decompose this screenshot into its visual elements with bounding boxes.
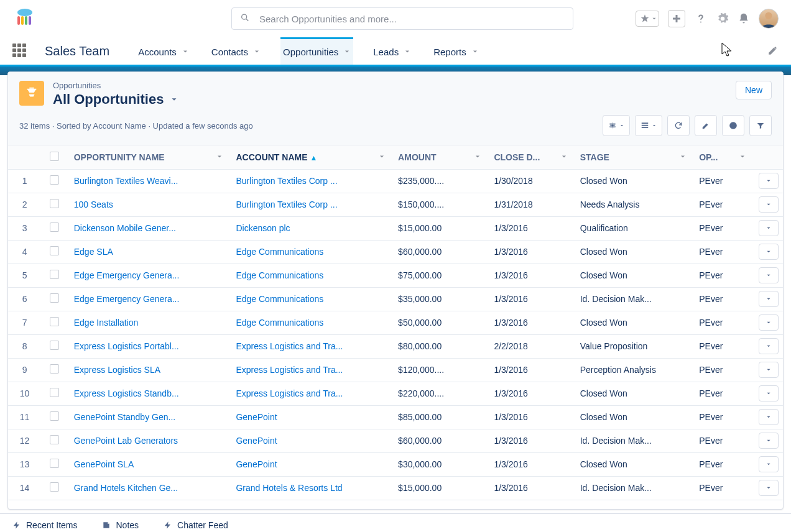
opportunity-link[interactable]: GenePoint SLA	[74, 459, 134, 469]
chevron-down-icon[interactable]	[253, 47, 261, 57]
row-actions-button[interactable]	[759, 220, 779, 236]
opportunity-link[interactable]: 100 Seats	[74, 200, 113, 209]
account-link[interactable]: GenePoint	[236, 436, 277, 446]
row-checkbox[interactable]	[50, 199, 59, 208]
opportunity-link[interactable]: Edge Installation	[74, 318, 139, 328]
row-checkbox[interactable]	[50, 435, 59, 444]
row-actions-button[interactable]	[759, 291, 779, 307]
row-select[interactable]	[41, 334, 68, 358]
row-actions-button[interactable]	[759, 267, 779, 283]
opportunity-link[interactable]: Burlington Textiles Weavi...	[74, 176, 178, 186]
row-checkbox[interactable]	[50, 293, 59, 303]
opportunity-link[interactable]: Express Logistics SLA	[74, 365, 160, 375]
row-select[interactable]	[41, 452, 68, 476]
chevron-down-icon[interactable]	[343, 47, 351, 57]
help-icon[interactable]	[694, 12, 708, 25]
row-actions-button[interactable]	[759, 385, 779, 401]
opportunity-link[interactable]: GenePoint Lab Generators	[74, 436, 178, 446]
nav-item-leads[interactable]: Leads	[371, 37, 414, 65]
row-checkbox[interactable]	[50, 364, 59, 374]
chevron-down-icon[interactable]	[182, 47, 189, 57]
opportunity-link[interactable]: Dickenson Mobile Gener...	[74, 223, 176, 233]
list-view-title[interactable]: All Opportunities	[53, 91, 178, 108]
row-select[interactable]	[41, 429, 68, 452]
app-launcher-icon[interactable]	[12, 44, 27, 58]
row-actions-button[interactable]	[759, 314, 779, 331]
global-create-button[interactable]	[668, 10, 685, 27]
row-checkbox[interactable]	[50, 317, 59, 326]
row-actions-button[interactable]	[759, 433, 779, 449]
list-controls-button[interactable]	[603, 115, 630, 136]
new-button[interactable]: New	[736, 81, 772, 99]
account-link[interactable]: Express Logistics and Tra...	[236, 365, 343, 375]
row-select[interactable]	[41, 264, 68, 287]
account-link[interactable]: Express Logistics and Tra...	[236, 388, 343, 398]
row-actions-button[interactable]	[759, 409, 779, 425]
row-actions-button[interactable]	[759, 244, 779, 260]
row-select[interactable]	[41, 405, 68, 429]
col-account[interactable]: ACCOUNT NAME ▲	[229, 145, 392, 169]
chevron-down-icon[interactable]	[404, 47, 411, 57]
row-select[interactable]	[41, 476, 68, 500]
recent-items-button[interactable]: Recent Items	[12, 520, 77, 530]
filter-button[interactable]	[749, 115, 772, 136]
row-select[interactable]	[41, 193, 68, 216]
row-select[interactable]	[41, 169, 68, 193]
select-all-checkbox[interactable]	[50, 152, 59, 161]
row-checkbox[interactable]	[50, 411, 59, 421]
account-link[interactable]: Edge Communications	[236, 318, 323, 328]
account-link[interactable]: Grand Hotels & Resorts Ltd	[236, 483, 342, 493]
chevron-down-icon[interactable]	[471, 47, 479, 57]
row-actions-button[interactable]	[759, 456, 779, 472]
notes-button[interactable]: Notes	[102, 520, 139, 530]
nav-item-reports[interactable]: Reports	[431, 37, 481, 65]
row-actions-button[interactable]	[759, 362, 779, 378]
nav-item-contacts[interactable]: Contacts	[209, 37, 263, 65]
row-select[interactable]	[41, 216, 68, 240]
col-stage[interactable]: STAGE	[574, 145, 693, 169]
inline-edit-button[interactable]	[695, 115, 717, 136]
opportunity-link[interactable]: Grand Hotels Kitchen Ge...	[74, 483, 178, 493]
col-opportunity[interactable]: OPPORTUNITY NAME	[68, 145, 230, 169]
user-avatar[interactable]	[759, 9, 779, 29]
opportunity-link[interactable]: Edge Emergency Genera...	[74, 294, 180, 304]
row-select[interactable]	[41, 311, 68, 334]
row-checkbox[interactable]	[50, 388, 59, 397]
opportunity-link[interactable]: Express Logistics Standb...	[74, 388, 179, 398]
nav-item-opportunities[interactable]: Opportunities	[280, 37, 353, 65]
row-checkbox[interactable]	[50, 482, 59, 492]
display-as-button[interactable]	[635, 115, 662, 136]
setup-gear-icon[interactable]	[716, 12, 729, 25]
row-actions-button[interactable]	[759, 196, 779, 213]
chatter-feed-button[interactable]: Chatter Feed	[164, 520, 228, 530]
row-checkbox[interactable]	[50, 341, 59, 350]
row-select[interactable]	[41, 382, 68, 405]
row-select[interactable]	[41, 287, 68, 311]
edit-nav-pencil-icon[interactable]	[767, 45, 779, 58]
account-link[interactable]: Express Logistics and Tra...	[236, 341, 343, 351]
account-link[interactable]: Edge Communications	[236, 270, 323, 280]
account-link[interactable]: Edge Communications	[236, 247, 323, 257]
row-select[interactable]	[41, 358, 68, 382]
nav-item-accounts[interactable]: Accounts	[136, 37, 192, 65]
favorites-button[interactable]	[636, 11, 659, 27]
col-close-date[interactable]: CLOSE D...	[488, 145, 573, 169]
account-link[interactable]: Dickenson plc	[236, 223, 290, 233]
row-checkbox[interactable]	[50, 459, 59, 468]
refresh-button[interactable]	[667, 115, 690, 136]
notifications-bell-icon[interactable]	[738, 12, 750, 25]
list-table-scroll[interactable]: OPPORTUNITY NAME ACCOUNT NAME ▲ AMOUNT C…	[8, 145, 783, 509]
col-amount[interactable]: AMOUNT	[392, 145, 488, 169]
row-select[interactable]	[41, 240, 68, 264]
account-link[interactable]: GenePoint	[236, 412, 277, 422]
opportunity-link[interactable]: GenePoint Standby Gen...	[74, 412, 175, 422]
search-input[interactable]	[231, 7, 573, 30]
account-link[interactable]: GenePoint	[236, 459, 277, 469]
account-link[interactable]: Edge Communications	[236, 294, 323, 304]
account-link[interactable]: Burlington Textiles Corp ...	[236, 176, 337, 186]
chart-button[interactable]	[722, 115, 744, 136]
row-checkbox[interactable]	[50, 270, 59, 279]
row-checkbox[interactable]	[50, 175, 59, 185]
opportunity-link[interactable]: Express Logistics Portabl...	[74, 341, 179, 351]
row-actions-button[interactable]	[759, 338, 779, 354]
